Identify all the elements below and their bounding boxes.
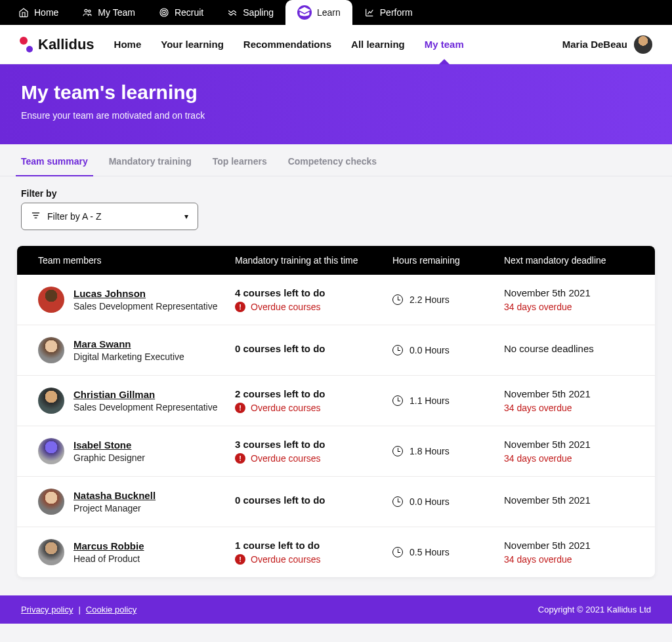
training-cell: 1 course left to do!Overdue courses <box>235 540 392 565</box>
table-row: Lucas JohnsonSales Development Represent… <box>17 275 655 325</box>
logo-icon <box>20 37 33 52</box>
subnav-my-team[interactable]: My team <box>423 39 465 50</box>
clock-icon <box>392 395 403 406</box>
member-name-link[interactable]: Isabel Stone <box>74 439 145 451</box>
member-name-link[interactable]: Lucas Johnson <box>74 288 217 299</box>
clock-icon <box>392 345 403 355</box>
training-cell: 0 courses left to do <box>235 494 392 509</box>
table-row: Natasha BucknellProject Manager0 courses… <box>17 477 655 527</box>
target-icon <box>159 7 169 18</box>
member-role: Graphic Designer <box>74 452 145 463</box>
filter-icon <box>31 211 41 222</box>
user-name: Maria DeBeau <box>562 39 627 50</box>
member-avatar <box>38 438 64 464</box>
member-avatar <box>38 489 64 515</box>
brand-logo[interactable]: Kallidus <box>20 36 94 53</box>
hours-cell: 2.2 Hours <box>392 294 504 305</box>
tab-team-summary[interactable]: Team summary <box>21 156 88 176</box>
member-name-link[interactable]: Mara Swann <box>74 338 184 350</box>
chevron-down-icon: ▾ <box>184 212 188 221</box>
member-role: Sales Development Representative <box>74 301 217 311</box>
member-cell: Mara SwannDigital Marketing Executive <box>38 337 235 363</box>
topnav-recruit[interactable]: Recruit <box>147 0 215 25</box>
topnav-learn[interactable]: Learn <box>285 0 352 25</box>
hours-value: 1.1 Hours <box>410 395 450 406</box>
tab-bar: Team summaryMandatory trainingTop learne… <box>0 144 672 176</box>
deadline-date: November 5th 2021 <box>504 494 634 506</box>
overdue-text: Overdue courses <box>251 403 321 413</box>
topnav-label: Home <box>34 7 58 18</box>
topnav-label: Learn <box>317 7 341 18</box>
member-role: Digital Marketing Executive <box>74 351 184 362</box>
page-title: My team's learning <box>21 81 651 104</box>
home-icon <box>18 7 29 18</box>
member-cell: Marcus RobbieHead of Product <box>38 539 235 565</box>
member-cell: Natasha BucknellProject Manager <box>38 489 235 515</box>
overdue-text: Overdue courses <box>251 554 321 565</box>
topnav-my-team[interactable]: My Team <box>70 0 147 25</box>
alert-icon: ! <box>235 302 245 312</box>
hours-value: 0.0 Hours <box>410 345 450 355</box>
tab-competency-checks[interactable]: Competency checks <box>288 156 377 176</box>
tab-top-learners[interactable]: Top learners <box>213 156 267 176</box>
subnav-your-learning[interactable]: Your learning <box>159 39 225 50</box>
overdue-text: Overdue courses <box>251 302 321 312</box>
member-cell: Isabel StoneGraphic Designer <box>38 438 235 464</box>
overdue-badge: !Overdue courses <box>235 302 392 312</box>
member-avatar <box>38 287 64 313</box>
svg-point-4 <box>163 12 164 12</box>
svg-point-1 <box>89 10 91 12</box>
member-avatar <box>38 539 64 565</box>
training-count: 1 course left to do <box>235 540 392 551</box>
member-avatar <box>38 388 64 414</box>
topnav-label: Sapling <box>243 7 274 18</box>
copyright: Copyright © 2021 Kallidus Ltd <box>538 605 651 614</box>
subnav-all-learning[interactable]: All learning <box>350 39 406 50</box>
wave-icon <box>227 7 238 18</box>
deadline-cell: November 5th 202134 days overdue <box>504 388 634 413</box>
topnav-perform[interactable]: Perform <box>352 0 425 25</box>
footer: Privacy policy | Cookie policy Copyright… <box>0 595 672 624</box>
hours-value: 0.5 Hours <box>410 547 450 557</box>
deadline-date: November 5th 2021 <box>504 287 634 298</box>
subnav-home[interactable]: Home <box>113 39 143 50</box>
member-name-link[interactable]: Natasha Bucknell <box>74 490 156 501</box>
chart-icon <box>364 7 375 18</box>
member-name-link[interactable]: Marcus Robbie <box>74 540 144 552</box>
filter-label: Filter by <box>21 188 651 199</box>
tab-mandatory-training[interactable]: Mandatory training <box>109 156 192 176</box>
secondary-navigation: Kallidus HomeYour learningRecommendation… <box>0 25 672 64</box>
brand-name: Kallidus <box>38 36 94 53</box>
header-training: Mandatory training at this time <box>235 255 392 266</box>
deadline-status: 34 days overdue <box>504 403 634 413</box>
training-cell: 2 courses left to do!Overdue courses <box>235 388 392 413</box>
cookie-link[interactable]: Cookie policy <box>86 605 136 614</box>
alert-icon: ! <box>235 554 245 565</box>
subnav-recommendations[interactable]: Recommendations <box>242 39 333 50</box>
hero-banner: My team's learning Ensure your team are … <box>0 64 672 144</box>
topnav-sapling[interactable]: Sapling <box>215 0 285 25</box>
svg-point-0 <box>85 9 87 12</box>
table-row: Marcus RobbieHead of Product1 course lef… <box>17 527 655 577</box>
hours-value: 2.2 Hours <box>410 294 450 305</box>
clock-icon <box>392 446 403 456</box>
topnav-label: Recruit <box>175 7 203 18</box>
team-table: Team members Mandatory training at this … <box>17 246 655 577</box>
member-cell: Lucas JohnsonSales Development Represent… <box>38 287 235 313</box>
hours-value: 0.0 Hours <box>410 496 450 507</box>
table-row: Mara SwannDigital Marketing Executive0 c… <box>17 325 655 376</box>
user-menu[interactable]: Maria DeBeau <box>562 35 652 54</box>
privacy-link[interactable]: Privacy policy <box>21 605 73 614</box>
member-cell: Christian GillmanSales Development Repre… <box>38 388 235 414</box>
deadline-status: 34 days overdue <box>504 554 634 565</box>
topnav-label: My Team <box>98 7 135 18</box>
overdue-badge: !Overdue courses <box>235 453 392 464</box>
member-name-link[interactable]: Christian Gillman <box>74 389 217 400</box>
filter-dropdown[interactable]: Filter by A - Z ▾ <box>21 203 198 230</box>
clock-icon <box>392 294 403 305</box>
hours-cell: 0.0 Hours <box>392 345 504 355</box>
deadline-date: November 5th 2021 <box>504 388 634 399</box>
overdue-text: Overdue courses <box>251 453 321 464</box>
header-hours: Hours remaining <box>392 255 504 266</box>
topnav-home[interactable]: Home <box>7 0 70 25</box>
